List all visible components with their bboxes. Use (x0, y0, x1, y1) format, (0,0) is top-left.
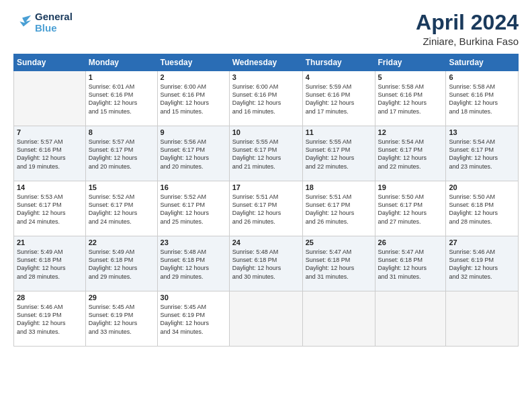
table-row: 15Sunrise: 5:52 AMSunset: 6:17 PMDayligh… (85, 181, 157, 236)
calendar-week-row: 14Sunrise: 5:53 AMSunset: 6:17 PMDayligh… (14, 181, 519, 236)
day-number: 24 (232, 238, 300, 246)
page: General Blue April 2024 Ziniare, Burkina… (0, 0, 532, 411)
day-info: Sunrise: 6:00 AMSunset: 6:16 PMDaylight:… (161, 83, 226, 116)
calendar-week-row: 1Sunrise: 6:01 AMSunset: 6:16 PMDaylight… (14, 71, 519, 126)
day-info: Sunrise: 5:56 AMSunset: 6:17 PMDaylight:… (161, 138, 226, 171)
table-row: 9Sunrise: 5:56 AMSunset: 6:17 PMDaylight… (157, 126, 229, 181)
calendar-table: Sunday Monday Tuesday Wednesday Thursday… (13, 54, 519, 347)
day-number: 7 (17, 128, 83, 136)
day-number: 23 (161, 238, 226, 246)
col-saturday: Saturday (446, 54, 519, 71)
day-number: 17 (232, 183, 300, 191)
table-row (375, 291, 446, 347)
table-row: 2Sunrise: 6:00 AMSunset: 6:16 PMDaylight… (157, 71, 229, 126)
table-row: 6Sunrise: 5:58 AMSunset: 6:16 PMDaylight… (446, 71, 519, 126)
day-number: 12 (378, 128, 443, 136)
day-info: Sunrise: 5:52 AMSunset: 6:17 PMDaylight:… (161, 193, 226, 226)
calendar-week-row: 21Sunrise: 5:49 AMSunset: 6:18 PMDayligh… (14, 236, 519, 291)
title-block: April 2024 Ziniare, Burkina Faso (416, 11, 519, 47)
day-info: Sunrise: 5:51 AMSunset: 6:17 PMDaylight:… (306, 193, 372, 226)
logo-icon (13, 13, 32, 32)
day-info: Sunrise: 5:52 AMSunset: 6:17 PMDaylight:… (89, 193, 154, 226)
table-row: 25Sunrise: 5:47 AMSunset: 6:18 PMDayligh… (302, 236, 375, 291)
day-number: 3 (232, 73, 300, 81)
day-number: 5 (378, 73, 443, 81)
calendar-header-row: Sunday Monday Tuesday Wednesday Thursday… (14, 54, 519, 71)
day-info: Sunrise: 5:57 AMSunset: 6:16 PMDaylight:… (17, 138, 83, 171)
table-row: 10Sunrise: 5:55 AMSunset: 6:17 PMDayligh… (229, 126, 302, 181)
day-info: Sunrise: 5:54 AMSunset: 6:17 PMDaylight:… (449, 138, 515, 171)
day-info: Sunrise: 5:48 AMSunset: 6:18 PMDaylight:… (232, 248, 300, 281)
day-info: Sunrise: 5:47 AMSunset: 6:18 PMDaylight:… (378, 248, 443, 281)
day-info: Sunrise: 5:55 AMSunset: 6:17 PMDaylight:… (232, 138, 300, 171)
day-number: 16 (161, 183, 226, 191)
day-number: 22 (89, 238, 154, 246)
col-thursday: Thursday (302, 54, 375, 71)
day-number: 9 (161, 128, 226, 136)
table-row: 28Sunrise: 5:46 AMSunset: 6:19 PMDayligh… (14, 291, 86, 347)
day-number: 21 (17, 238, 83, 246)
col-wednesday: Wednesday (229, 54, 302, 71)
day-info: Sunrise: 5:59 AMSunset: 6:16 PMDaylight:… (306, 83, 372, 116)
day-number: 1 (89, 73, 154, 81)
table-row: 17Sunrise: 5:51 AMSunset: 6:17 PMDayligh… (229, 181, 302, 236)
day-info: Sunrise: 5:48 AMSunset: 6:18 PMDaylight:… (161, 248, 226, 281)
day-number: 4 (306, 73, 372, 81)
day-info: Sunrise: 5:54 AMSunset: 6:17 PMDaylight:… (378, 138, 443, 171)
day-info: Sunrise: 5:55 AMSunset: 6:17 PMDaylight:… (306, 138, 372, 171)
day-number: 29 (89, 293, 154, 302)
day-number: 10 (232, 128, 300, 136)
table-row: 18Sunrise: 5:51 AMSunset: 6:17 PMDayligh… (302, 181, 375, 236)
table-row: 1Sunrise: 6:01 AMSunset: 6:16 PMDaylight… (85, 71, 157, 126)
table-row: 23Sunrise: 5:48 AMSunset: 6:18 PMDayligh… (157, 236, 229, 291)
table-row: 3Sunrise: 6:00 AMSunset: 6:16 PMDaylight… (229, 71, 302, 126)
day-number: 26 (378, 238, 443, 246)
day-info: Sunrise: 5:45 AMSunset: 6:19 PMDaylight:… (89, 303, 154, 336)
day-number: 11 (306, 128, 372, 136)
day-info: Sunrise: 5:58 AMSunset: 6:16 PMDaylight:… (378, 83, 443, 116)
day-info: Sunrise: 5:57 AMSunset: 6:17 PMDaylight:… (89, 138, 154, 171)
table-row: 22Sunrise: 5:49 AMSunset: 6:18 PMDayligh… (85, 236, 157, 291)
logo-text: General Blue (35, 11, 73, 34)
day-info: Sunrise: 5:50 AMSunset: 6:18 PMDaylight:… (449, 193, 515, 226)
day-info: Sunrise: 5:58 AMSunset: 6:16 PMDaylight:… (449, 83, 515, 116)
day-info: Sunrise: 5:50 AMSunset: 6:17 PMDaylight:… (378, 193, 443, 226)
day-info: Sunrise: 5:46 AMSunset: 6:19 PMDaylight:… (449, 248, 515, 281)
table-row (229, 291, 302, 347)
day-number: 15 (89, 183, 154, 191)
table-row: 16Sunrise: 5:52 AMSunset: 6:17 PMDayligh… (157, 181, 229, 236)
table-row: 13Sunrise: 5:54 AMSunset: 6:17 PMDayligh… (446, 126, 519, 181)
table-row (446, 291, 519, 347)
col-friday: Friday (375, 54, 446, 71)
day-info: Sunrise: 6:00 AMSunset: 6:16 PMDaylight:… (232, 83, 300, 116)
table-row: 21Sunrise: 5:49 AMSunset: 6:18 PMDayligh… (14, 236, 86, 291)
table-row: 27Sunrise: 5:46 AMSunset: 6:19 PMDayligh… (446, 236, 519, 291)
day-number: 20 (449, 183, 515, 191)
day-info: Sunrise: 6:01 AMSunset: 6:16 PMDaylight:… (89, 83, 154, 116)
day-info: Sunrise: 5:49 AMSunset: 6:18 PMDaylight:… (89, 248, 154, 281)
header: General Blue April 2024 Ziniare, Burkina… (13, 11, 519, 47)
day-info: Sunrise: 5:46 AMSunset: 6:19 PMDaylight:… (17, 303, 83, 336)
day-number: 14 (17, 183, 83, 191)
day-number: 18 (306, 183, 372, 191)
month-title: April 2024 (416, 11, 519, 34)
table-row: 7Sunrise: 5:57 AMSunset: 6:16 PMDaylight… (14, 126, 86, 181)
calendar-week-row: 7Sunrise: 5:57 AMSunset: 6:16 PMDaylight… (14, 126, 519, 181)
day-number: 28 (17, 293, 83, 302)
table-row: 14Sunrise: 5:53 AMSunset: 6:17 PMDayligh… (14, 181, 86, 236)
day-info: Sunrise: 5:53 AMSunset: 6:17 PMDaylight:… (17, 193, 83, 226)
table-row: 8Sunrise: 5:57 AMSunset: 6:17 PMDaylight… (85, 126, 157, 181)
day-number: 19 (378, 183, 443, 191)
day-number: 13 (449, 128, 515, 136)
location: Ziniare, Burkina Faso (416, 36, 519, 47)
col-monday: Monday (85, 54, 157, 71)
day-info: Sunrise: 5:49 AMSunset: 6:18 PMDaylight:… (17, 248, 83, 281)
day-number: 2 (161, 73, 226, 81)
table-row: 24Sunrise: 5:48 AMSunset: 6:18 PMDayligh… (229, 236, 302, 291)
col-sunday: Sunday (14, 54, 86, 71)
table-row: 20Sunrise: 5:50 AMSunset: 6:18 PMDayligh… (446, 181, 519, 236)
day-number: 30 (161, 293, 226, 302)
table-row (302, 291, 375, 347)
calendar-week-row: 28Sunrise: 5:46 AMSunset: 6:19 PMDayligh… (14, 291, 519, 347)
day-info: Sunrise: 5:45 AMSunset: 6:19 PMDaylight:… (161, 303, 226, 336)
